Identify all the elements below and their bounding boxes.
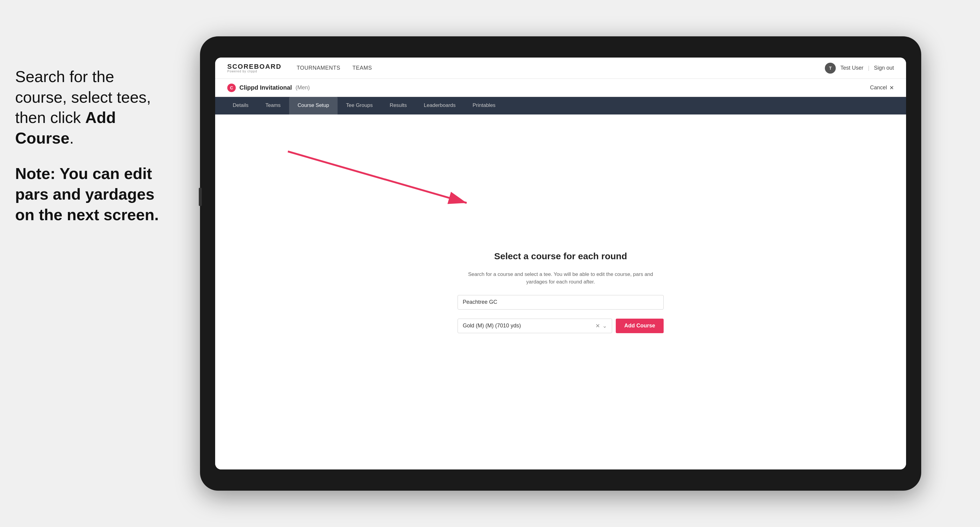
logo-title: SCOREBOARD	[227, 63, 282, 70]
annotation-bold-1: Add Course	[15, 109, 116, 147]
header-separator: |	[868, 65, 869, 71]
nav-teams[interactable]: TEAMS	[352, 65, 372, 71]
course-search-input[interactable]	[458, 295, 663, 310]
tee-select[interactable]: Gold (M) (M) (7010 yds) ✕ ⌄	[458, 319, 612, 333]
clear-icon[interactable]: ✕	[595, 322, 600, 329]
tab-results[interactable]: Results	[381, 97, 415, 114]
tee-select-value: Gold (M) (M) (7010 yds)	[463, 322, 521, 329]
tab-course-setup[interactable]: Course Setup	[289, 97, 337, 114]
nav-tournaments[interactable]: TOURNAMENTS	[297, 65, 340, 71]
annotation-area: Search for the course, select tees, then…	[0, 54, 176, 252]
header-left: SCOREBOARD Powered by clippd TOURNAMENTS…	[227, 63, 372, 73]
user-avatar: T	[825, 63, 836, 74]
tournament-type: (Men)	[296, 84, 310, 91]
tablet-device: SCOREBOARD Powered by clippd TOURNAMENTS…	[200, 37, 921, 490]
chevron-down-icon[interactable]: ⌄	[603, 322, 607, 329]
tab-navigation: Details Teams Course Setup Tee Groups Re…	[215, 97, 906, 114]
tournament-title: C Clippd Invitational (Men)	[227, 84, 310, 92]
header-right: T Test User | Sign out	[825, 63, 894, 74]
tab-tee-groups[interactable]: Tee Groups	[337, 97, 381, 114]
form-title: Select a course for each round	[494, 251, 627, 261]
tab-teams[interactable]: Teams	[257, 97, 289, 114]
add-course-button[interactable]: Add Course	[616, 319, 663, 333]
tablet-side-button	[199, 188, 202, 206]
nav-links: TOURNAMENTS TEAMS	[297, 65, 372, 71]
tee-select-controls: ✕ ⌄	[595, 322, 607, 329]
logo-subtitle: Powered by clippd	[227, 70, 282, 73]
tab-printables[interactable]: Printables	[464, 97, 504, 114]
clippd-icon: C	[227, 84, 236, 92]
tablet-screen: SCOREBOARD Powered by clippd TOURNAMENTS…	[215, 57, 906, 470]
app-header: SCOREBOARD Powered by clippd TOURNAMENTS…	[215, 57, 906, 79]
sign-out-link[interactable]: Sign out	[874, 65, 894, 71]
tournament-name: Clippd Invitational	[239, 84, 292, 91]
cancel-button[interactable]: Cancel ✕	[870, 84, 894, 91]
tab-leaderboards[interactable]: Leaderboards	[415, 97, 464, 114]
tournament-bar: C Clippd Invitational (Men) Cancel ✕	[215, 79, 906, 97]
user-name: Test User	[840, 65, 863, 71]
annotation-note: Note: You can edit pars and yardages on …	[15, 163, 161, 225]
tab-details[interactable]: Details	[224, 97, 257, 114]
form-subtitle: Search for a course and select a tee. Yo…	[458, 270, 663, 286]
course-form: Select a course for each round Search fo…	[458, 251, 663, 333]
tee-row: Gold (M) (M) (7010 yds) ✕ ⌄ Add Course	[458, 319, 663, 333]
annotation-text-1: Search for the course, select tees, then…	[15, 67, 161, 148]
logo-area: SCOREBOARD Powered by clippd	[227, 63, 282, 73]
main-content: Select a course for each round Search fo…	[215, 114, 906, 470]
